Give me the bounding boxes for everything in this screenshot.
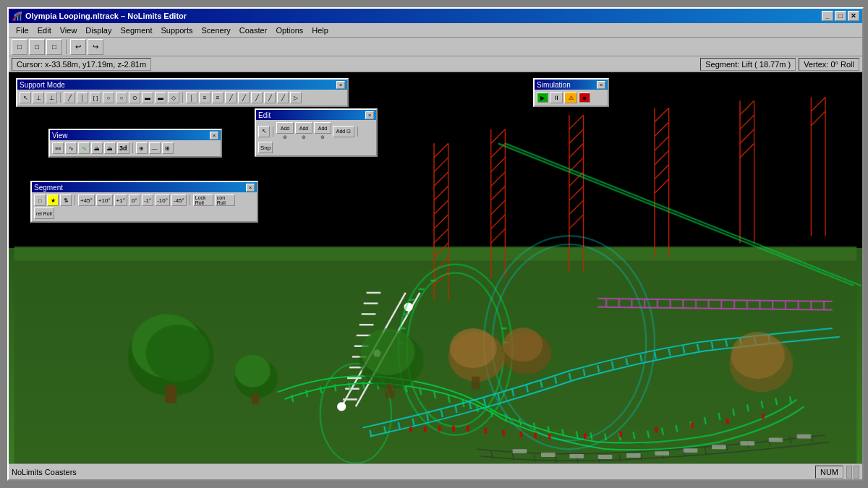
svg-line-20 <box>491 186 506 200</box>
seg-plus45[interactable]: +45° <box>78 194 95 206</box>
view-tool-4[interactable]: ⛰ <box>91 142 103 154</box>
seg-minus1[interactable]: -1° <box>142 194 153 206</box>
support-tool-1[interactable]: ↖ <box>20 92 31 103</box>
view-tool-1[interactable]: ≡≡ <box>52 142 64 154</box>
menu-segment[interactable]: Segment <box>116 25 156 36</box>
support-tool-2[interactable]: ⊥ <box>33 92 44 103</box>
seg-con-roll[interactable]: con Roll <box>215 194 235 206</box>
menu-edit[interactable]: Edit <box>33 25 56 36</box>
support-mode-close[interactable]: × <box>336 81 345 89</box>
edit-panel: Edit × ↖ Add ⊕ Add ⊕ Add ⊕ A <box>255 108 378 157</box>
svg-rect-201 <box>597 455 612 459</box>
support-tool-14[interactable]: ≡ <box>199 92 210 103</box>
svg-rect-206 <box>740 442 754 446</box>
view-tool-3d[interactable]: 3d <box>117 142 129 154</box>
support-tool-15[interactable]: ≡ <box>212 92 224 103</box>
seg-tool-2[interactable]: ★ <box>47 194 59 206</box>
sim-pause[interactable]: ⏸ <box>550 92 563 103</box>
support-tool-3[interactable]: ⊥ <box>46 92 57 103</box>
view-tool-2[interactable]: ∿ <box>65 142 77 154</box>
view-tool-8[interactable]: ⊞ <box>162 142 174 154</box>
menu-view[interactable]: View <box>56 25 82 36</box>
seg-tool-3[interactable]: ⇅ <box>60 194 72 206</box>
toolbar-save[interactable]: □ <box>46 39 62 55</box>
toolbar: □ □ □ ↩ ↪ <box>9 38 862 56</box>
seg-zero[interactable]: 0° <box>129 194 140 206</box>
view-tool-7[interactable]: — <box>149 142 161 154</box>
view-tool-6[interactable]: ⊕ <box>136 142 148 154</box>
support-tool-16[interactable]: ╱ <box>225 92 237 103</box>
edit-sep2 <box>357 127 358 137</box>
support-tool-13[interactable]: │ <box>186 92 197 103</box>
svg-line-31 <box>569 186 584 200</box>
title-bar: 🎢 Olympia Looping.nltrack – NoLimits Edi… <box>9 9 862 23</box>
view-panel-close[interactable]: × <box>210 132 218 140</box>
status-row: Cursor: x-33.58m, y17.19m, z-2.81m Segme… <box>9 56 862 72</box>
seg-lock-roll[interactable]: Lock Roll <box>193 194 213 206</box>
svg-line-36 <box>655 108 669 122</box>
segment-panel-close[interactable]: × <box>246 184 255 192</box>
edit-add-3[interactable]: Add ⊕ <box>314 122 331 140</box>
maximize-button[interactable]: □ <box>835 11 846 21</box>
edit-add-2[interactable]: Add ⊕ <box>295 122 312 140</box>
toolbar-redo[interactable]: ↪ <box>88 39 103 55</box>
menu-coaster[interactable]: Coaster <box>235 25 272 36</box>
support-tool-11[interactable]: ▬ <box>155 92 166 103</box>
support-tool-17[interactable]: ╱ <box>238 92 250 103</box>
sim-play[interactable]: ▶ <box>537 93 548 103</box>
toolbar-open[interactable]: □ <box>29 39 45 55</box>
menu-display[interactable]: Display <box>81 25 116 36</box>
support-tool-8[interactable]: ○ <box>116 92 127 103</box>
menu-supports[interactable]: Supports <box>156 25 197 36</box>
viewport[interactable]: Support Mode × ↖ ⊥ ⊥ ╱ │ [ ] ○ ○ ⊙ ▬ ▬ ◇… <box>9 72 862 463</box>
toolbar-undo[interactable]: ↩ <box>70 39 86 55</box>
support-tool-18[interactable]: ╱ <box>251 92 263 103</box>
minimize-button[interactable]: _ <box>822 11 833 21</box>
svg-rect-195 <box>690 423 693 429</box>
seg-minus10[interactable]: -10° <box>155 194 170 206</box>
seg-minus45[interactable]: -45° <box>171 194 187 206</box>
edit-snap[interactable]: Snp <box>258 142 273 153</box>
seg-plus10[interactable]: +10° <box>96 194 113 206</box>
edit-add-1[interactable]: Add ⊕ <box>276 122 294 140</box>
support-tool-9[interactable]: ⊙ <box>129 92 140 103</box>
menu-file[interactable]: File <box>12 25 33 36</box>
svg-line-38 <box>655 137 669 151</box>
toolbar-new[interactable]: □ <box>12 39 27 55</box>
edit-tool-select[interactable]: ↖ <box>258 126 270 137</box>
svg-line-33 <box>569 215 584 229</box>
support-tool-10[interactable]: ▬ <box>142 92 153 103</box>
support-tool-19[interactable]: ╱ <box>264 92 276 103</box>
support-tool-6[interactable]: [ ] <box>90 92 101 103</box>
view-tool-3[interactable]: ∿ <box>78 142 90 154</box>
seg-tool-1[interactable]: □ <box>34 194 46 206</box>
edit-add-4[interactable]: Add ⊡ <box>333 126 354 137</box>
menu-options[interactable]: Options <box>271 25 307 36</box>
seg-plus1[interactable]: +1° <box>114 194 127 206</box>
svg-rect-191 <box>548 434 550 440</box>
menu-help[interactable]: Help <box>307 25 333 36</box>
edit-panel-close[interactable]: × <box>365 111 374 119</box>
sim-warning[interactable]: ⚠ <box>564 92 577 103</box>
segment-panel-content: □ ★ ⇅ +45° +10° +1° 0° -1° -10° -45° Loc… <box>32 192 257 221</box>
support-tool-5[interactable]: │ <box>77 92 88 103</box>
support-tool-12[interactable]: ◇ <box>168 92 179 103</box>
seg-rel-roll[interactable]: rel Roll <box>34 207 54 219</box>
segment-status: Segment: Lift ( 18.77m ) <box>700 58 796 71</box>
simulation-close[interactable]: × <box>597 81 605 89</box>
support-tool-20[interactable]: ╱ <box>277 92 289 103</box>
close-button[interactable]: ✕ <box>848 11 859 21</box>
seg-sep <box>75 195 75 205</box>
svg-line-46 <box>740 129 754 144</box>
support-tool-7[interactable]: ○ <box>103 92 114 103</box>
view-tool-5[interactable]: ⛰ <box>104 142 116 154</box>
menu-bar: File Edit View Display Segment Supports … <box>9 23 862 38</box>
support-tool-4[interactable]: ╱ <box>64 92 75 103</box>
resize-handle <box>846 466 859 479</box>
menu-scenery[interactable]: Scenery <box>197 25 235 36</box>
svg-line-18 <box>491 158 506 172</box>
sim-stop[interactable]: ■ <box>579 93 590 103</box>
svg-line-6 <box>434 172 448 187</box>
support-tool-21[interactable]: ▷ <box>290 92 302 103</box>
svg-line-23 <box>491 228 506 243</box>
